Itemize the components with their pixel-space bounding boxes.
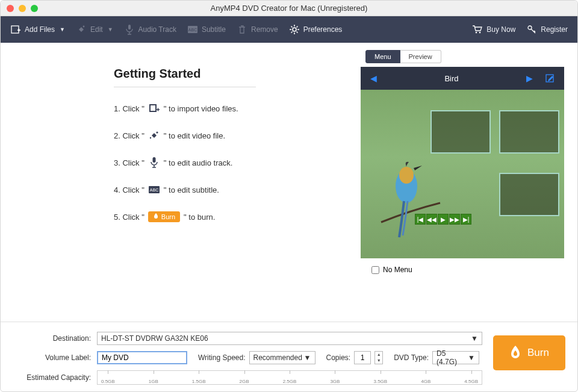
getting-started-panel: Getting Started 1. Click " " to import v…: [1, 43, 361, 322]
ruler-tick: 0.5GB: [101, 379, 115, 384]
step-5: 5. Click " Burn " to burn.: [114, 211, 256, 222]
skip-forward-button[interactable]: ▶|: [461, 214, 471, 225]
destination-value: HL-DT-ST DVDRW GA32N KE06: [101, 334, 208, 343]
getting-started-heading: Getting Started: [114, 67, 256, 87]
flame-icon: [153, 213, 159, 220]
subtitle-icon: ABC: [187, 24, 198, 35]
volume-label-label: Volume Label:: [13, 353, 91, 362]
chevron-down-icon: ▼: [60, 26, 65, 33]
gear-icon: [289, 24, 300, 35]
burn-button[interactable]: Burn: [493, 335, 565, 370]
burn-badge: Burn: [148, 211, 180, 222]
skip-back-button[interactable]: |◀: [415, 214, 426, 225]
svg-rect-2: [128, 25, 131, 30]
prev-template-button[interactable]: ◀: [370, 73, 377, 83]
svg-rect-13: [152, 157, 155, 163]
step-4: 4. Click " ABC " to edit subtitle.: [114, 184, 256, 195]
tab-preview[interactable]: Preview: [400, 50, 441, 63]
play-button[interactable]: ▶: [438, 214, 449, 225]
svg-text:ABC: ABC: [150, 188, 158, 192]
writing-speed-label: Writing Speed:: [198, 353, 246, 362]
chevron-down-icon: ▼: [108, 26, 113, 33]
capacity-ruler: 0.5GB1GB1.5GB2GB2.5GB3GB3.5GB4GB4.5GB: [97, 370, 482, 385]
volume-label-input[interactable]: [97, 351, 187, 364]
ruler-tick: 3GB: [330, 379, 340, 384]
sparkle-icon: [76, 24, 87, 35]
ruler-tick: 4GB: [421, 379, 430, 384]
titlebar: AnyMP4 DVD Creator for Mac (Unregistered…: [1, 1, 577, 16]
no-menu-label: No Menu: [383, 266, 412, 274]
svg-point-6: [476, 32, 477, 34]
copies-input[interactable]: [354, 351, 371, 364]
menu-thumbnail[interactable]: [430, 110, 491, 154]
bottom-panel: Destination: HL-DT-ST DVDRW GA32N KE06 ▼…: [1, 322, 577, 392]
audio-track-label: Audio Track: [138, 25, 176, 34]
key-icon: [526, 24, 537, 35]
svg-point-11: [156, 131, 158, 133]
edit-button: Edit ▼: [76, 24, 113, 35]
svg-rect-0: [11, 26, 19, 33]
ruler-tick: 3.5GB: [373, 379, 387, 384]
template-name: Bird: [377, 74, 526, 83]
preview-panel: Menu Preview ◀ Bird ▶: [361, 43, 577, 322]
template-preview: |◀ ◀◀ ▶ ▶▶ ▶|: [361, 90, 564, 258]
chevron-down-icon: ▼: [304, 353, 311, 362]
menu-thumbnail[interactable]: [499, 173, 559, 216]
svg-rect-10: [151, 105, 155, 111]
step-1: 1. Click " " to import video files.: [114, 103, 256, 114]
add-files-label: Add Files: [25, 25, 55, 34]
add-files-icon: [10, 24, 21, 35]
capacity-label: Estimated Capacity:: [13, 373, 91, 382]
preview-tabs: Menu Preview: [365, 50, 567, 63]
chevron-down-icon: ▼: [471, 334, 478, 343]
playback-controls: |◀ ◀◀ ▶ ▶▶ ▶|: [415, 214, 472, 225]
edit-sparkle-icon: [148, 130, 160, 141]
edit-label: Edit: [90, 25, 103, 34]
preferences-button[interactable]: Preferences: [289, 24, 343, 35]
svg-point-1: [83, 26, 85, 28]
tab-menu[interactable]: Menu: [365, 50, 400, 63]
dvd-type-select[interactable]: D5 (4.7G) ▼: [432, 351, 479, 364]
buy-now-button[interactable]: Buy Now: [472, 24, 515, 35]
template-header: ◀ Bird ▶: [361, 67, 564, 90]
step-2: 2. Click " " to edit video file.: [114, 130, 256, 141]
dvd-type-label: DVD Type:: [394, 353, 429, 362]
ruler-tick: 1GB: [149, 379, 158, 384]
subtitle-icon: ABC: [148, 184, 160, 195]
bird-image: [375, 150, 441, 240]
flame-icon: [509, 346, 521, 360]
writing-speed-select[interactable]: Recommended ▼: [249, 351, 315, 364]
rewind-button[interactable]: ◀◀: [426, 214, 437, 225]
trash-icon: [237, 24, 247, 35]
import-icon: [148, 103, 160, 114]
ruler-tick: 1.5GB: [192, 379, 206, 384]
no-menu-checkbox[interactable]: [371, 266, 379, 274]
svg-point-12: [150, 137, 151, 138]
microphone-icon: [124, 24, 135, 35]
register-button[interactable]: Register: [526, 24, 568, 35]
buy-now-label: Buy Now: [486, 25, 515, 34]
preferences-label: Preferences: [303, 25, 343, 34]
destination-select[interactable]: HL-DT-ST DVDRW GA32N KE06 ▼: [97, 332, 482, 345]
subtitle-label: Subtitle: [202, 25, 226, 34]
copies-stepper[interactable]: ▲▼: [374, 351, 383, 364]
svg-text:ABC: ABC: [188, 28, 197, 32]
subtitle-button: ABC Subtitle: [187, 24, 226, 35]
add-files-button[interactable]: Add Files ▼: [10, 24, 65, 35]
edit-template-button[interactable]: [545, 73, 555, 83]
next-template-button[interactable]: ▶: [526, 73, 533, 83]
cart-icon: [472, 24, 483, 35]
fastforward-button[interactable]: ▶▶: [449, 214, 460, 225]
ruler-tick: 2GB: [240, 379, 249, 384]
no-menu-option[interactable]: No Menu: [371, 266, 567, 274]
destination-label: Destination:: [13, 334, 91, 343]
remove-button: Remove: [237, 24, 278, 35]
burn-button-label: Burn: [527, 347, 549, 359]
window-title: AnyMP4 DVD Creator for Mac (Unregistered…: [1, 4, 577, 13]
main-toolbar: Add Files ▼ Edit ▼ Audio Track ABC Subti…: [1, 16, 577, 43]
chevron-down-icon: ▼: [468, 353, 475, 362]
menu-thumbnail[interactable]: [499, 110, 559, 154]
microphone-icon: [148, 157, 160, 168]
svg-point-18: [399, 167, 414, 184]
svg-point-7: [479, 32, 481, 34]
